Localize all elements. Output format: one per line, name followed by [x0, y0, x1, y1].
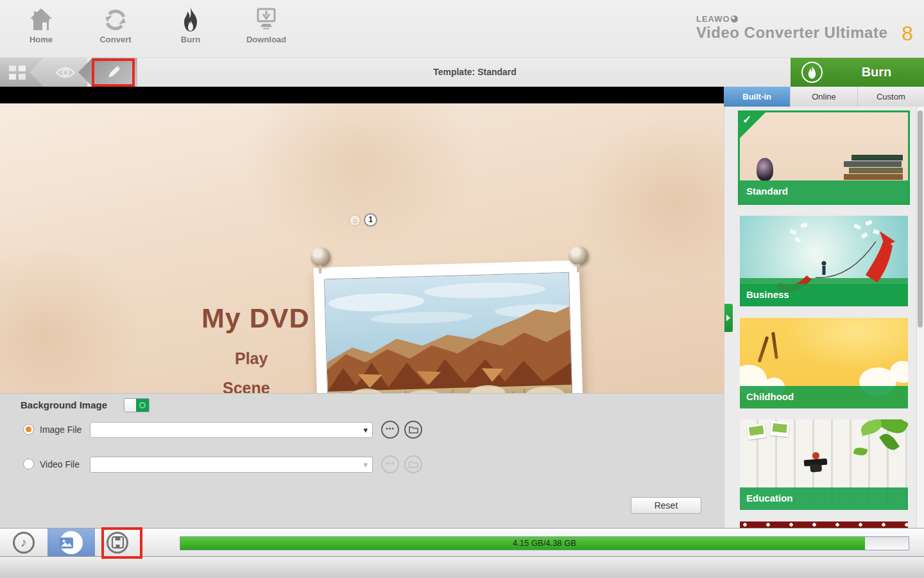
home-icon	[28, 6, 54, 33]
reset-button[interactable]: Reset	[631, 497, 701, 514]
folder-icon	[409, 426, 418, 434]
window-footer	[0, 557, 924, 578]
menu-page-badge[interactable]: 1	[364, 213, 377, 227]
template-source-tabs: Built-in Online Custom	[724, 87, 924, 107]
burn-button-label: Burn	[829, 58, 924, 87]
template-business[interactable]: Business	[740, 216, 908, 306]
background-settings-panel: Background Image Image File ▾ ••• Video …	[0, 393, 724, 528]
tab-online[interactable]: Online	[791, 87, 857, 107]
template-education[interactable]: Education	[740, 419, 908, 510]
product-title: Video Converter Ultimate	[696, 24, 908, 41]
image-file-browse-button[interactable]	[404, 421, 422, 439]
push-pin-left	[311, 247, 330, 267]
template-status-label: Template: Standard	[282, 58, 667, 87]
template-name-banner: Education	[740, 487, 908, 510]
scrollbar-thumb[interactable]	[918, 110, 923, 328]
burn-flame-icon	[178, 6, 203, 33]
ellipsis-icon: •••	[386, 425, 395, 432]
thumb-stick-art	[758, 336, 769, 362]
menu-home-badge[interactable]: ⌂	[349, 215, 361, 226]
burn-action-button[interactable]: Burn	[791, 58, 924, 87]
background-image-toggle[interactable]	[124, 398, 150, 412]
video-file-browse-button	[404, 455, 422, 473]
thumb-stick-art	[771, 332, 778, 359]
graduation-cap-art	[804, 459, 828, 466]
video-file-label: Video File	[40, 459, 80, 469]
brand-text: LEAWO	[696, 14, 730, 24]
nav-burn[interactable]: Burn	[162, 6, 219, 44]
image-file-radio[interactable]	[23, 424, 34, 435]
template-name-banner: Childhood	[740, 386, 908, 408]
video-thumbnail-photo	[324, 272, 573, 393]
push-pin-right	[569, 246, 588, 265]
polaroid-art	[770, 421, 789, 437]
chevron-down-icon[interactable]: ▾	[363, 425, 368, 435]
image-icon	[60, 538, 73, 548]
disc-capacity-bar: 4.15 GB/4.38 GB	[180, 536, 909, 550]
capacity-text: 4.15 GB/4.38 GB	[180, 537, 909, 550]
damask-ornament	[578, 116, 724, 283]
toggle-on-half	[136, 399, 149, 412]
thumb-books-art	[844, 155, 903, 180]
video-file-combobox[interactable]: ▾	[90, 457, 373, 473]
video-file-more-button: •••	[381, 455, 399, 473]
grid-icon	[9, 66, 26, 80]
damask-ornament	[244, 103, 475, 258]
tab-built-in[interactable]: Built-in	[724, 87, 791, 107]
app-window: Home Convert	[0, 0, 924, 578]
nav-burn-label: Burn	[162, 35, 219, 44]
menu-item-scene[interactable]: Scene	[223, 379, 270, 393]
photo-frame[interactable]	[313, 260, 583, 393]
video-file-radio[interactable]	[23, 459, 34, 469]
leaf-art	[853, 446, 868, 457]
collapse-panel-tab[interactable]	[724, 304, 733, 332]
thumb-wave-art	[786, 318, 908, 369]
app-logo: LEAWO Video Converter Ultimate 8	[696, 13, 908, 41]
nav-home[interactable]: Home	[12, 6, 70, 44]
template-list: ✓ Standard	[724, 107, 924, 528]
highlight-box-edit	[92, 58, 135, 87]
template-name-banner: Business	[740, 284, 908, 306]
damask-ornament	[0, 245, 141, 393]
sidebar-scrollbar[interactable]	[916, 107, 924, 528]
image-file-label: Image File	[40, 425, 81, 435]
image-icon-circle	[60, 531, 83, 554]
check-icon: ✓	[742, 113, 751, 127]
apple-art	[812, 452, 819, 459]
edit-toolbar: Template: Standard Burn	[0, 58, 924, 87]
tab-custom[interactable]: Custom	[858, 87, 924, 107]
chevron-down-icon: ▾	[363, 460, 368, 469]
template-standard[interactable]: ✓ Standard	[738, 110, 910, 205]
dvd-menu-title[interactable]: My DVD	[201, 302, 309, 334]
template-partial[interactable]	[740, 521, 908, 528]
nav-download-label: Download	[237, 35, 295, 44]
dvd-menu-preview: ⌂ 1 My DVD Play Scene	[0, 103, 724, 393]
highlight-box-disc	[101, 527, 142, 559]
music-settings-button[interactable]: ♪	[13, 532, 35, 554]
convert-icon	[103, 6, 128, 33]
toggle-off-half	[124, 399, 137, 412]
background-settings-button[interactable]	[47, 529, 95, 556]
template-childhood[interactable]: Childhood	[740, 318, 908, 408]
eye-icon	[55, 66, 76, 79]
nav-download[interactable]: Download	[237, 6, 295, 44]
folder-icon	[409, 460, 418, 468]
radio-selected-dot	[26, 426, 31, 432]
polaroid-art	[747, 423, 767, 440]
menu-item-play[interactable]: Play	[235, 349, 268, 368]
background-image-label: Background Image	[21, 399, 107, 410]
image-file-more-button[interactable]: •••	[381, 421, 399, 439]
image-file-combobox[interactable]: ▾	[90, 422, 373, 438]
nav-convert-label: Convert	[87, 35, 144, 44]
nav-convert[interactable]: Convert	[87, 6, 144, 44]
version-numeral: 8	[902, 22, 913, 46]
lamp-decoration	[44, 378, 169, 393]
burn-ring-flame-icon	[801, 62, 823, 83]
top-toolbar: Home Convert	[0, 0, 924, 58]
nav-home-label: Home	[12, 35, 70, 44]
ellipsis-icon: •••	[386, 460, 395, 467]
letterbox-strip	[0, 87, 724, 103]
brand-mark-icon	[731, 15, 738, 22]
template-name-banner: Standard	[740, 180, 908, 203]
music-note-icon: ♪	[21, 536, 27, 549]
